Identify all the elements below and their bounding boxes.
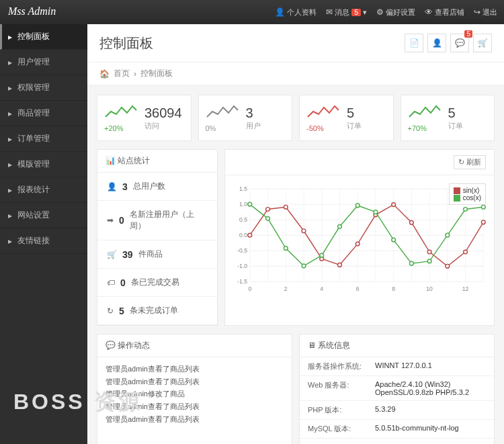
comment-icon: 💬 (106, 341, 116, 350)
crumb-current: 控制面板 (140, 68, 173, 79)
row-num: 0 (119, 215, 124, 226)
sys-row: ThinkPHP 版本:3.1.3 (300, 439, 494, 444)
stats-list-row: 🏷 0 条已完成交易 (97, 269, 217, 297)
message-count-badge: 5 (351, 9, 361, 16)
stat-label: 用户 (246, 121, 261, 131)
topnav-messages[interactable]: ✉消息 5 ▾ (326, 7, 367, 17)
svg-point-59 (427, 259, 431, 263)
cart-icon: 🛒 (478, 38, 488, 48)
stats-list-row: ↻ 5 条未完成订单 (97, 297, 217, 325)
sys-key: Web 服务器: (308, 380, 375, 396)
nav-icon: ▸ (8, 185, 12, 195)
sidebar-label: 网站设置 (17, 210, 50, 221)
sidebar-item-6[interactable]: ▸报表统计 (0, 177, 87, 203)
svg-point-36 (266, 208, 270, 212)
row-label: 条未完成订单 (130, 305, 178, 316)
sys-val: WINNT 127.0.0.1 (375, 361, 486, 371)
head-btn-user[interactable]: 👤 (427, 34, 446, 52)
sidebar-item-4[interactable]: ▸订单管理 (0, 126, 87, 152)
stat-value: 3 (246, 105, 261, 121)
stat-label: 访问 (144, 121, 182, 131)
row-num: 3 (122, 181, 128, 192)
svg-point-60 (446, 233, 450, 237)
sys-panel: 🖥 系统信息 服务器操作系统:WINNT 127.0.0.1Web 服务器:Ap… (299, 334, 495, 444)
breadcrumb: 🏠 首页 › 控制面板 (87, 62, 504, 85)
topnav-logout[interactable]: ↪退出 (474, 7, 497, 17)
nav-icon: ▸ (8, 32, 12, 42)
topnav-view-shop[interactable]: 👁查看店铺 (425, 7, 464, 17)
svg-text:1.5: 1.5 (239, 185, 247, 192)
sidebar-label: 权限管理 (17, 82, 50, 93)
sparkline-icon (104, 103, 138, 120)
sys-key: MySQL 版本: (308, 424, 375, 434)
logout-icon: ↪ (474, 7, 480, 17)
bars-icon: 📊 (106, 156, 116, 165)
sys-title: 系统信息 (318, 341, 350, 350)
svg-point-48 (481, 220, 485, 224)
row-num: 5 (119, 306, 124, 316)
svg-text:8: 8 (392, 285, 395, 292)
svg-text:0.0: 0.0 (239, 232, 247, 238)
head-btn-file[interactable]: 📄 (405, 34, 423, 52)
row-num: 39 (122, 249, 133, 260)
nav-icon: ▸ (8, 134, 12, 144)
ops-line: 管理员admin查看了商品列表 (106, 413, 284, 426)
page-title: 控制面板 (99, 34, 153, 52)
svg-text:4: 4 (320, 285, 323, 292)
row-label: 件商品 (138, 249, 163, 260)
chart-legend: sin(x)cos(x) (449, 183, 486, 205)
nav-icon: ▸ (8, 160, 12, 169)
topnav-profile[interactable]: 👤个人资料 (275, 7, 317, 17)
stat-card-0: +20%36094访问 (97, 95, 192, 141)
brand-logo: Mss Admin (8, 5, 56, 17)
svg-text:-0.5: -0.5 (237, 247, 247, 254)
svg-text:0.5: 0.5 (239, 216, 247, 223)
svg-point-61 (464, 208, 468, 212)
sidebar-item-2[interactable]: ▸权限管理 (0, 75, 87, 101)
sidebar-label: 用户管理 (17, 56, 50, 68)
sidebar-item-1[interactable]: ▸用户管理 (0, 50, 87, 75)
head-btn-comment[interactable]: 💬5 (450, 34, 469, 52)
comment-badge: 5 (464, 30, 472, 38)
user-icon: 👤 (275, 7, 285, 17)
sys-row: Web 服务器:Apache/2.4.10 (Win32) OpenSSL/0.… (300, 376, 494, 401)
svg-point-52 (302, 264, 306, 268)
svg-point-53 (320, 253, 324, 257)
svg-point-50 (266, 216, 270, 220)
stat-value: 5 (347, 105, 362, 121)
envelope-icon: ✉ (326, 7, 333, 17)
svg-point-57 (392, 238, 396, 242)
nav-icon: ▸ (8, 211, 12, 220)
crumb-home[interactable]: 首页 (114, 68, 130, 79)
site-stats-title: 站点统计 (118, 156, 150, 165)
stats-list-row: 👤 3 总用户数 (97, 173, 217, 201)
gear-icon: ⚙ (376, 7, 384, 17)
eye-icon: 👁 (425, 7, 433, 17)
sidebar-item-7[interactable]: ▸网站设置 (0, 203, 87, 228)
stat-card-2: -50%5订单 (299, 95, 394, 141)
sparkline-icon (306, 103, 340, 120)
head-btn-cart[interactable]: 🛒 (473, 34, 492, 52)
sidebar-item-8[interactable]: ▸友情链接 (0, 228, 87, 254)
server-icon: 🖥 (308, 341, 316, 350)
row-icon: 🛒 (107, 250, 117, 259)
stat-pct: +70% (408, 124, 442, 132)
sidebar-label: 控制面板 (17, 31, 50, 42)
svg-point-58 (410, 261, 414, 265)
sidebar-item-3[interactable]: ▸商品管理 (0, 101, 87, 126)
topnav-settings[interactable]: ⚙偏好设置 (376, 7, 415, 17)
ops-line: 管理员admin查看了商品列表 (106, 400, 284, 413)
ops-panel: 💬 操作动态 管理员admin查看了商品列表管理员admin查看了商品列表管理员… (97, 334, 292, 444)
stat-value: 5 (448, 105, 463, 121)
svg-point-55 (355, 204, 360, 208)
stat-card-1: 0%3用户 (198, 95, 293, 141)
refresh-button[interactable]: ↻ 刷新 (454, 155, 486, 169)
sidebar-item-0[interactable]: ▸控制面板 (0, 24, 87, 50)
row-icon: 👤 (107, 182, 117, 191)
svg-point-49 (248, 202, 252, 206)
sys-row: 服务器操作系统:WINNT 127.0.0.1 (300, 357, 494, 376)
row-label: 条已完成交易 (131, 277, 179, 288)
sidebar-item-5[interactable]: ▸模版管理 (0, 152, 87, 177)
svg-text:6: 6 (356, 285, 360, 292)
sys-val: 5.3.29 (375, 405, 486, 415)
